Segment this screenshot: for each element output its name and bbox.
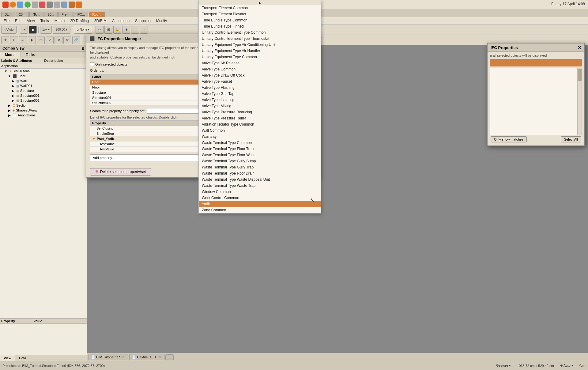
tool-square[interactable]: ■ bbox=[29, 26, 37, 34]
dd-valve-draw-off[interactable]: Valve Type Draw Off Cock bbox=[199, 72, 321, 78]
dd-zone-common[interactable]: Zone Common bbox=[199, 207, 321, 213]
tree-item-bimtutorial[interactable]: ▼ ✦ BIM Tutorial bbox=[0, 69, 87, 74]
tree-item-structure002[interactable]: ▶ ▦ Structure002 bbox=[0, 98, 87, 103]
tool2-arrow[interactable]: ↙ bbox=[46, 36, 54, 44]
right-dialog-only-show-matches[interactable]: Only show matches bbox=[491, 136, 527, 142]
scrollbar-thumb[interactable] bbox=[578, 69, 582, 81]
dd-transport-common[interactable]: Transport Element Common bbox=[199, 5, 321, 11]
menu-tools[interactable]: Tools bbox=[38, 18, 51, 24]
tab-ifc[interactable]: IFC... bbox=[74, 12, 89, 17]
menu-macro[interactable]: Macro bbox=[52, 18, 67, 24]
tool2-circle[interactable]: ◎ bbox=[19, 36, 27, 44]
tool-lock[interactable]: 🔒 bbox=[113, 26, 121, 34]
file-tab-close-oakfire[interactable]: ✕ bbox=[157, 355, 162, 359]
file-tab-bimtutorial[interactable]: 📄 BIM Tutorial : 1* ✕ bbox=[89, 354, 128, 360]
tab-rou[interactable]: Rou... bbox=[89, 12, 104, 17]
tool-eye[interactable]: 👁 bbox=[122, 26, 130, 34]
tool-none[interactable]: ⊘ None ▾ bbox=[74, 26, 92, 34]
dd-waste-floor-trap[interactable]: Waste Terminal Type Floor Trap bbox=[199, 146, 321, 152]
right-dialog-close[interactable]: ✕ bbox=[578, 45, 581, 50]
tool-1px[interactable]: 1px ▾ bbox=[40, 26, 52, 34]
menu-view[interactable]: View bbox=[24, 18, 37, 24]
tree-item-shape2dview[interactable]: ▶ ◈ Shape2DView bbox=[0, 108, 87, 113]
dd-waste-gully-trap[interactable]: Waste Terminal Type Gully Trap bbox=[199, 164, 321, 170]
tree-item-floor[interactable]: ▼ ⬛ Floor bbox=[0, 74, 87, 78]
menu-2d[interactable]: 2D Drafting bbox=[68, 18, 91, 24]
tool2-refresh[interactable]: ↻ bbox=[55, 36, 62, 44]
combo-view-expand[interactable]: ⧉ bbox=[82, 47, 84, 51]
dd-transport-elevator[interactable]: Transport Element Elevator bbox=[199, 11, 321, 17]
ifc-delete-button[interactable]: 🗑 Delete selected property/set bbox=[90, 168, 151, 176]
menu-edit[interactable]: Edit bbox=[13, 18, 24, 24]
tree-item-structure001[interactable]: ▶ ▦ Structure001 bbox=[0, 93, 87, 98]
tree-item-annotations[interactable]: ▶ 📄 Annotations bbox=[0, 113, 87, 118]
dd-waste-roof-drain[interactable]: Waste Terminal Type Roof Drain bbox=[199, 170, 321, 176]
menu-modify[interactable]: Modify bbox=[154, 18, 169, 24]
dd-valve-flushing[interactable]: Valve Type Flushing bbox=[199, 85, 321, 91]
menu-snapping[interactable]: Snapping bbox=[133, 18, 153, 24]
dd-work-control[interactable]: Work Control Common bbox=[199, 195, 321, 201]
dd-waste-waste-trap[interactable]: Waste Terminal Type Waste Trap bbox=[199, 183, 321, 189]
dd-valve-mixing[interactable]: Valve Type Mixing bbox=[199, 103, 321, 109]
dd-valve-pressure-relief[interactable]: Valve Type Pressure Relief bbox=[199, 115, 321, 121]
dd-warranty[interactable]: Warranty bbox=[199, 134, 321, 140]
tool-move[interactable]: ⇔ bbox=[96, 26, 104, 34]
menu-file[interactable]: File bbox=[1, 18, 12, 24]
menu-3d[interactable]: 3D/BIM bbox=[92, 18, 109, 24]
file-tab-close-bimtutorial[interactable]: ✕ bbox=[121, 355, 126, 359]
tool-200[interactable]: 200.00 ▾ bbox=[53, 26, 70, 34]
dd-waste-common[interactable]: Waste Terminal Type Common bbox=[199, 140, 321, 146]
dd-valve-faucet[interactable]: Valve Type Faucet bbox=[199, 78, 321, 85]
dd-waste-disposal-unit[interactable]: Waste Terminal Type Waste Disposal Unit bbox=[199, 176, 321, 183]
bottom-tab-data[interactable]: Data bbox=[15, 355, 30, 361]
tab-20b[interactable]: 20... bbox=[44, 12, 57, 17]
dd-valve-gas-tap[interactable]: Valve Type Gas Tap bbox=[199, 91, 321, 97]
tool2-snap[interactable]: ⊕ bbox=[10, 36, 18, 44]
menu-annotation[interactable]: Annotation bbox=[110, 18, 132, 24]
tool2-arc[interactable]: ◗ bbox=[28, 36, 36, 44]
file-tab-extra[interactable]: ... bbox=[165, 354, 174, 360]
right-dialog-select-all[interactable]: Select All bbox=[561, 136, 581, 142]
tab-u[interactable]: *[U... bbox=[29, 12, 43, 17]
tree-item-section[interactable]: ▶ ⊙ Section bbox=[0, 103, 87, 108]
tab-tasks[interactable]: Tasks bbox=[21, 52, 40, 58]
dd-vibration-isolator[interactable]: Vibration Isolator Type Common bbox=[199, 121, 321, 127]
dd-unitary-control-thermostat[interactable]: Unitary Control Element Type Thermostat bbox=[199, 36, 321, 42]
tree-item-wall001[interactable]: ▶ ▦ Wall001 bbox=[0, 83, 87, 88]
dd-valve-common[interactable]: Valve Type Common bbox=[199, 66, 321, 72]
bottom-tab-view[interactable]: View bbox=[0, 355, 15, 361]
dropdown-scroll-up[interactable]: ▲ bbox=[199, 0, 321, 5]
ifc-only-selected-checkbox[interactable] bbox=[90, 62, 94, 66]
tree-item-wall[interactable]: ▶ ▦ Wall bbox=[0, 78, 87, 83]
dd-window-common[interactable]: Window Common bbox=[199, 189, 321, 195]
tool-dots[interactable]: ··· bbox=[131, 26, 139, 34]
dd-unitary-equip-handler[interactable]: Unitary Equipment Type Air Handler bbox=[199, 48, 321, 54]
file-tab-oakfire[interactable]: 📄 Oakfire_1 : 1 ✕ bbox=[129, 354, 164, 360]
tool-arrow[interactable]: → bbox=[140, 26, 148, 34]
dd-valve-air-release[interactable]: Valve Type Air Release bbox=[199, 60, 321, 66]
tree-item-structure[interactable]: ▶ ▦ Structure bbox=[0, 88, 87, 93]
right-dialog-scrollbar[interactable] bbox=[577, 68, 582, 135]
dd-waste-gully-sump[interactable]: Waste Terminal Type Gully Sump bbox=[199, 158, 321, 164]
dd-unitary-equip-common[interactable]: Unitary Equipment Type Common bbox=[199, 54, 321, 60]
tab-bl[interactable]: BL... bbox=[1, 12, 15, 17]
dd-tube-bundle-finned[interactable]: Tube Bundle Type Finned bbox=[199, 23, 321, 29]
dd-valve-pressure-reducing[interactable]: Valve Type Pressure Reducing bbox=[199, 109, 321, 115]
tab-fre[interactable]: Fre... bbox=[58, 12, 73, 17]
dd-valve-isolating[interactable]: Valve Type Isolating bbox=[199, 97, 321, 103]
tool2-box[interactable]: □ bbox=[37, 36, 45, 44]
tool-grid[interactable]: ⊞ bbox=[104, 26, 112, 34]
dd-unitary-control-common[interactable]: Unitary Control Element Type Common bbox=[199, 29, 321, 36]
dd-waste-floor-waste[interactable]: Waste Terminal Type Floor Waste bbox=[199, 152, 321, 158]
tool2-reset[interactable]: ⟳ bbox=[63, 36, 71, 44]
tab-20[interactable]: 20... bbox=[16, 12, 29, 17]
dd-tube-bundle-common[interactable]: Tube Bundle Type Common bbox=[199, 17, 321, 23]
tool-curve[interactable]: 〜 bbox=[20, 26, 28, 34]
dd-yorik[interactable]: Yorik bbox=[199, 201, 321, 207]
tool2-link[interactable]: 🔗 bbox=[72, 36, 80, 44]
tool-auto[interactable]: ↺ Auto bbox=[1, 26, 17, 34]
tool2-cross[interactable]: ✛ bbox=[1, 36, 9, 44]
dd-unitary-equip-ac[interactable]: Unitary Equipment Type Air Conditioning … bbox=[199, 42, 321, 48]
dd-wall-common[interactable]: Wall Common bbox=[199, 127, 321, 134]
tab-model[interactable]: Model bbox=[0, 52, 21, 58]
